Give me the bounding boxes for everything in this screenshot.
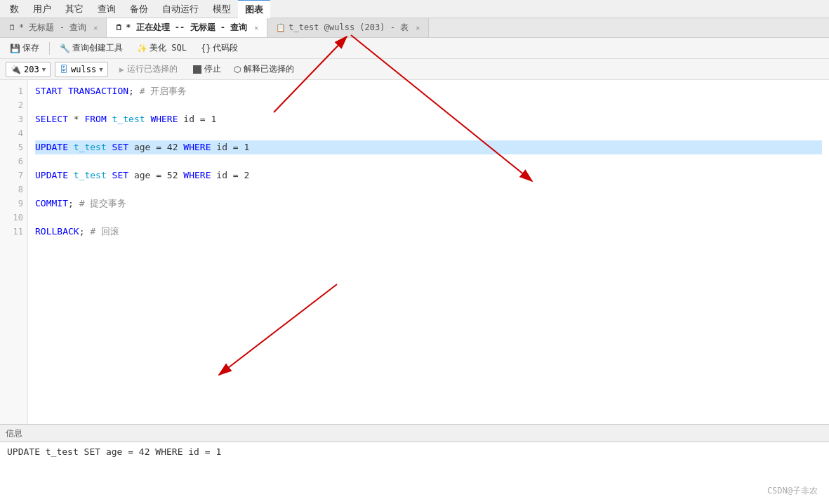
database-select[interactable]: 🗄 wulss ▼ <box>55 62 108 77</box>
code-line[interactable] <box>35 183 822 197</box>
conn-value: 203 <box>24 65 39 74</box>
code-token: UPDATE <box>35 168 68 183</box>
code-snippets-label: 代码段 <box>213 42 238 54</box>
code-line[interactable]: SELECT * FROM t_test WHERE id = 1 <box>35 112 822 126</box>
code-token: ; <box>79 225 91 239</box>
code-line[interactable]: COMMIT; # 提交事务 <box>35 197 822 211</box>
tab-label-1: * 无标题 - 查询 <box>19 22 86 34</box>
code-icon: {} <box>201 44 211 53</box>
code-token: START TRANSACTION <box>35 84 128 98</box>
stop-icon <box>193 65 201 74</box>
tab-close-3[interactable]: ✕ <box>416 24 420 32</box>
explain-label: 解释已选择的 <box>244 63 294 75</box>
tab-bar: 🗒 * 无标题 - 查询 ✕ 🗒 * 正在处理 -- 无标题 - 查询 ✕ 📋 … <box>0 18 829 38</box>
code-line[interactable]: START TRANSACTION; # 开启事务 <box>35 84 822 98</box>
line-number: 7 <box>0 168 23 183</box>
code-token: age = 52 <box>128 168 183 183</box>
code-token: t_test <box>74 140 107 154</box>
menu-auto[interactable]: 自动运行 <box>155 0 206 18</box>
code-token: t_test <box>112 112 145 126</box>
tab-label-2: * 正在处理 -- 无标题 - 查询 <box>126 22 247 34</box>
menu-other[interactable]: 其它 <box>58 0 91 18</box>
tab-close-2[interactable]: ✕ <box>254 24 258 32</box>
connection-bar: 🔌 203 ▼ 🗄 wulss ▼ ▶ 运行已选择的 停止 ⬡ 解释已选择的 <box>0 59 829 80</box>
info-content: UPDATE t_test SET age = 42 WHERE id = 1 <box>0 442 829 484</box>
explain-button[interactable]: ⬡ 解释已选择的 <box>230 61 298 77</box>
tab-icon-3: 📋 <box>276 23 286 32</box>
query-builder-label: 查询创建工具 <box>72 42 123 54</box>
code-token: SELECT <box>35 112 68 126</box>
line-number: 8 <box>0 183 23 197</box>
tab-icon-2: 🗒 <box>115 23 123 32</box>
line-number: 10 <box>0 211 23 225</box>
tab-table[interactable]: 📋 t_test @wulss (203) - 表 ✕ <box>267 18 429 37</box>
info-label: 信息 <box>6 427 22 439</box>
db-value: wulss <box>71 65 96 74</box>
conn-icon: 🔌 <box>11 65 21 74</box>
menu-backup[interactable]: 备份 <box>123 0 155 18</box>
code-token: SET <box>112 140 128 154</box>
toolbar: 💾 保存 🔧 查询创建工具 ✨ 美化 SQL {} 代码段 <box>0 38 829 59</box>
query-builder-icon: 🔧 <box>60 44 70 53</box>
beautify-icon: ✨ <box>137 44 147 53</box>
line-number: 2 <box>0 98 23 112</box>
run-label: 运行已选择的 <box>127 63 178 75</box>
toolbar-separator-1 <box>49 42 50 55</box>
line-number: 11 <box>0 225 23 239</box>
line-number: 3 <box>0 112 23 126</box>
menu-model[interactable]: 模型 <box>206 0 238 18</box>
code-token <box>107 112 112 126</box>
code-line[interactable]: UPDATE t_test SET age = 42 WHERE id = 1 <box>35 140 822 154</box>
code-token: SET <box>112 168 128 183</box>
code-token: WHERE <box>150 112 178 126</box>
stop-label: 停止 <box>204 63 221 75</box>
code-line[interactable]: UPDATE t_test SET age = 52 WHERE id = 2 <box>35 168 822 183</box>
code-token: # 回滚 <box>90 225 119 239</box>
code-token: * <box>68 112 84 126</box>
code-token <box>68 140 74 154</box>
line-number: 9 <box>0 197 23 211</box>
code-token: id = 1 <box>211 140 250 154</box>
code-token <box>107 140 112 154</box>
code-editor[interactable]: START TRANSACTION; # 开启事务 SELECT * FROM … <box>28 80 829 424</box>
editor-area[interactable]: 1234567891011 START TRANSACTION; # 开启事务 … <box>0 80 829 424</box>
code-token: # 开启事务 <box>140 84 187 98</box>
info-bar: 信息 <box>0 424 829 442</box>
code-line[interactable] <box>35 126 822 140</box>
query-builder-button[interactable]: 🔧 查询创建工具 <box>54 40 128 56</box>
code-line[interactable] <box>35 211 822 225</box>
tab-close-1[interactable]: ✕ <box>93 24 98 32</box>
code-token: ; <box>68 197 79 211</box>
code-token: FROM <box>84 112 106 126</box>
beautify-button[interactable]: ✨ 美化 SQL <box>131 40 192 56</box>
tab-label-3: t_test @wulss (203) - 表 <box>289 22 409 34</box>
code-token: t_test <box>74 168 107 183</box>
save-icon: 💾 <box>10 44 20 53</box>
menu-user[interactable]: 用户 <box>26 0 58 18</box>
save-button[interactable]: 💾 保存 <box>4 40 45 56</box>
code-line[interactable]: ROLLBACK; # 回滚 <box>35 225 822 239</box>
run-icon: ▶ <box>119 65 124 74</box>
code-token: id = 2 <box>211 168 250 183</box>
line-number: 6 <box>0 154 23 168</box>
code-line[interactable] <box>35 98 822 112</box>
menu-query[interactable]: 查询 <box>91 0 123 18</box>
menu-chart[interactable]: 图表 <box>238 0 270 19</box>
code-token: COMMIT <box>35 197 68 211</box>
tab-processing[interactable]: 🗒 * 正在处理 -- 无标题 - 查询 ✕ <box>107 18 267 37</box>
connection-select[interactable]: 🔌 203 ▼ <box>6 62 51 77</box>
beautify-label: 美化 SQL <box>150 42 187 54</box>
code-line[interactable] <box>35 154 822 168</box>
code-token: ; <box>128 84 140 98</box>
menu-shu[interactable]: 数 <box>3 0 26 18</box>
code-token: WHERE <box>183 140 211 154</box>
tab-untitled[interactable]: 🗒 * 无标题 - 查询 ✕ <box>0 18 107 37</box>
code-token: UPDATE <box>35 140 68 154</box>
menu-bar: 数 用户 其它 查询 备份 自动运行 模型 图表 <box>0 0 829 18</box>
code-token: age = 42 <box>128 140 183 154</box>
code-token <box>68 168 74 183</box>
code-snippets-button[interactable]: {} 代码段 <box>195 40 244 56</box>
line-number: 4 <box>0 126 23 140</box>
save-label: 保存 <box>22 42 39 54</box>
stop-button[interactable]: 停止 <box>189 61 225 77</box>
